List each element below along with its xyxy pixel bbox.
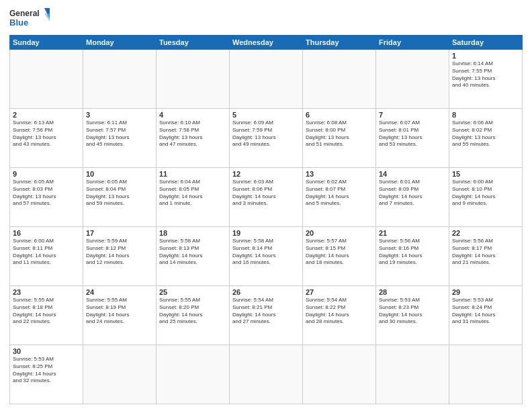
cell-info: Sunrise: 6:09 AM Sunset: 7:59 PM Dayligh… — [232, 120, 300, 148]
calendar-cell: 18Sunrise: 5:58 AM Sunset: 8:13 PM Dayli… — [157, 227, 230, 286]
calendar-cell — [303, 50, 376, 109]
calendar-cell — [157, 345, 230, 404]
cell-info: Sunrise: 5:55 AM Sunset: 8:20 PM Dayligh… — [159, 297, 226, 326]
cell-info: Sunrise: 5:57 AM Sunset: 8:15 PM Dayligh… — [306, 238, 373, 267]
day-number: 19 — [232, 229, 300, 237]
calendar-cell — [157, 50, 230, 109]
calendar-cell — [376, 345, 449, 404]
cell-info: Sunrise: 6:03 AM Sunset: 8:06 PM Dayligh… — [232, 179, 300, 208]
cell-info: Sunrise: 5:56 AM Sunset: 8:16 PM Dayligh… — [379, 238, 446, 267]
calendar-cell — [83, 50, 157, 109]
col-header-thursday: Thursday — [303, 36, 376, 50]
calendar-cell: 11Sunrise: 6:04 AM Sunset: 8:05 PM Dayli… — [157, 168, 230, 227]
calendar-cell: 1Sunrise: 6:14 AM Sunset: 7:55 PM Daylig… — [449, 50, 523, 109]
calendar-week-row: 16Sunrise: 6:00 AM Sunset: 8:11 PM Dayli… — [10, 227, 523, 286]
calendar-cell: 12Sunrise: 6:03 AM Sunset: 8:06 PM Dayli… — [230, 168, 303, 227]
cell-info: Sunrise: 5:55 AM Sunset: 8:18 PM Dayligh… — [13, 297, 80, 326]
day-number: 1 — [452, 52, 519, 60]
cell-info: Sunrise: 5:53 AM Sunset: 8:25 PM Dayligh… — [13, 356, 80, 385]
day-number: 22 — [452, 229, 519, 237]
calendar-cell — [303, 345, 376, 404]
calendar-cell: 3Sunrise: 6:11 AM Sunset: 7:57 PM Daylig… — [83, 109, 157, 168]
day-number: 17 — [86, 229, 153, 237]
day-number: 28 — [379, 288, 446, 296]
calendar-cell: 25Sunrise: 5:55 AM Sunset: 8:20 PM Dayli… — [157, 286, 230, 345]
cell-info: Sunrise: 6:02 AM Sunset: 8:07 PM Dayligh… — [306, 179, 373, 208]
page: General Blue SundayMondayTuesdayWednesda… — [0, 0, 532, 411]
calendar-cell: 2Sunrise: 6:13 AM Sunset: 7:56 PM Daylig… — [10, 109, 83, 168]
calendar-cell: 4Sunrise: 6:10 AM Sunset: 7:58 PM Daylig… — [157, 109, 230, 168]
svg-marker-3 — [44, 13, 50, 21]
cell-info: Sunrise: 5:53 AM Sunset: 8:23 PM Dayligh… — [379, 297, 446, 326]
day-number: 7 — [379, 111, 446, 119]
calendar-week-row: 1Sunrise: 6:14 AM Sunset: 7:55 PM Daylig… — [10, 50, 523, 109]
header: General Blue — [9, 7, 523, 31]
calendar-cell: 29Sunrise: 5:53 AM Sunset: 8:24 PM Dayli… — [449, 286, 523, 345]
cell-info: Sunrise: 6:05 AM Sunset: 8:03 PM Dayligh… — [13, 179, 80, 208]
day-number: 4 — [159, 111, 226, 119]
calendar-cell: 15Sunrise: 6:00 AM Sunset: 8:10 PM Dayli… — [449, 168, 523, 227]
cell-info: Sunrise: 5:54 AM Sunset: 8:21 PM Dayligh… — [232, 297, 300, 326]
day-number: 21 — [379, 229, 446, 237]
day-number: 29 — [452, 288, 519, 296]
day-number: 15 — [452, 170, 519, 178]
cell-info: Sunrise: 6:04 AM Sunset: 8:05 PM Dayligh… — [159, 179, 226, 208]
cell-info: Sunrise: 5:59 AM Sunset: 8:12 PM Dayligh… — [86, 238, 153, 267]
day-number: 2 — [13, 111, 80, 119]
day-number: 3 — [86, 111, 153, 119]
calendar-cell — [83, 345, 157, 404]
calendar-cell: 6Sunrise: 6:08 AM Sunset: 8:00 PM Daylig… — [303, 109, 376, 168]
day-number: 6 — [306, 111, 373, 119]
cell-info: Sunrise: 5:55 AM Sunset: 8:19 PM Dayligh… — [86, 297, 153, 326]
day-number: 24 — [86, 288, 153, 296]
calendar-cell: 17Sunrise: 5:59 AM Sunset: 8:12 PM Dayli… — [83, 227, 157, 286]
cell-info: Sunrise: 5:56 AM Sunset: 8:17 PM Dayligh… — [452, 238, 519, 267]
day-number: 13 — [306, 170, 373, 178]
calendar-cell: 10Sunrise: 6:05 AM Sunset: 8:04 PM Dayli… — [83, 168, 157, 227]
day-number: 9 — [13, 170, 80, 178]
day-number: 12 — [232, 170, 300, 178]
calendar-cell: 27Sunrise: 5:54 AM Sunset: 8:22 PM Dayli… — [303, 286, 376, 345]
cell-info: Sunrise: 6:08 AM Sunset: 8:00 PM Dayligh… — [306, 120, 373, 148]
calendar-cell — [230, 50, 303, 109]
calendar-week-row: 30Sunrise: 5:53 AM Sunset: 8:25 PM Dayli… — [10, 345, 523, 404]
day-number: 10 — [86, 170, 153, 178]
day-number: 27 — [306, 288, 373, 296]
calendar-cell: 26Sunrise: 5:54 AM Sunset: 8:21 PM Dayli… — [230, 286, 303, 345]
cell-info: Sunrise: 6:07 AM Sunset: 8:01 PM Dayligh… — [379, 120, 446, 148]
calendar-cell: 30Sunrise: 5:53 AM Sunset: 8:25 PM Dayli… — [10, 345, 83, 404]
day-number: 25 — [159, 288, 226, 296]
day-number: 8 — [452, 111, 519, 119]
logo: General Blue — [9, 7, 50, 31]
logo-svg: General Blue — [9, 7, 50, 31]
cell-info: Sunrise: 6:01 AM Sunset: 8:09 PM Dayligh… — [379, 179, 446, 208]
calendar-cell: 5Sunrise: 6:09 AM Sunset: 7:59 PM Daylig… — [230, 109, 303, 168]
calendar-cell — [230, 345, 303, 404]
col-header-tuesday: Tuesday — [157, 36, 230, 50]
day-number: 26 — [232, 288, 300, 296]
day-number: 5 — [232, 111, 300, 119]
calendar-cell — [449, 345, 523, 404]
col-header-friday: Friday — [376, 36, 449, 50]
cell-info: Sunrise: 6:10 AM Sunset: 7:58 PM Dayligh… — [159, 120, 226, 148]
calendar-cell: 14Sunrise: 6:01 AM Sunset: 8:09 PM Dayli… — [376, 168, 449, 227]
cell-info: Sunrise: 5:54 AM Sunset: 8:22 PM Dayligh… — [306, 297, 373, 326]
day-number: 16 — [13, 229, 80, 237]
cell-info: Sunrise: 6:11 AM Sunset: 7:57 PM Dayligh… — [86, 120, 153, 148]
calendar-cell: 7Sunrise: 6:07 AM Sunset: 8:01 PM Daylig… — [376, 109, 449, 168]
calendar-cell: 22Sunrise: 5:56 AM Sunset: 8:17 PM Dayli… — [449, 227, 523, 286]
cell-info: Sunrise: 5:53 AM Sunset: 8:24 PM Dayligh… — [452, 297, 519, 326]
calendar-cell: 16Sunrise: 6:00 AM Sunset: 8:11 PM Dayli… — [10, 227, 83, 286]
calendar-cell — [376, 50, 449, 109]
day-number: 20 — [306, 229, 373, 237]
calendar-cell: 9Sunrise: 6:05 AM Sunset: 8:03 PM Daylig… — [10, 168, 83, 227]
col-header-sunday: Sunday — [10, 36, 83, 50]
col-header-saturday: Saturday — [449, 36, 523, 50]
day-number: 18 — [159, 229, 226, 237]
day-number: 11 — [159, 170, 226, 178]
cell-info: Sunrise: 6:00 AM Sunset: 8:11 PM Dayligh… — [13, 238, 80, 267]
calendar-cell: 20Sunrise: 5:57 AM Sunset: 8:15 PM Dayli… — [303, 227, 376, 286]
svg-text:General: General — [9, 9, 40, 18]
calendar-week-row: 9Sunrise: 6:05 AM Sunset: 8:03 PM Daylig… — [10, 168, 523, 227]
calendar-cell — [10, 50, 83, 109]
